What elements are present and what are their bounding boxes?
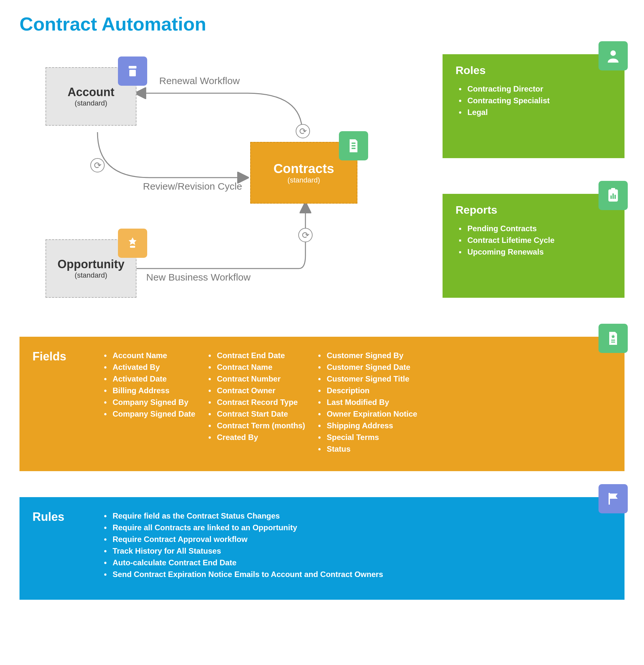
svg-rect-11 <box>614 195 616 199</box>
sync-icon <box>90 158 105 172</box>
list-item: Activated Date <box>104 373 195 385</box>
list-item: Contract Owner <box>208 385 305 397</box>
flow-label-renewal: Renewal Workflow <box>159 75 240 87</box>
flow-label-review: Review/Revision Cycle <box>143 181 242 192</box>
list-item: Customer Signed Title <box>318 373 417 385</box>
object-contracts: Contracts (standard) <box>250 142 357 204</box>
object-opportunity-name: Opportunity <box>57 258 125 271</box>
list-item: Account Name <box>104 350 195 361</box>
list-item: Contract Name <box>208 361 305 373</box>
list-item: Require Contract Approval workflow <box>104 533 383 545</box>
list-item: Contract Record Type <box>208 397 305 408</box>
reports-panel: Reports Pending Contracts Contract Lifet… <box>443 194 625 298</box>
list-item: Contract End Date <box>208 350 305 361</box>
list-item: Upcoming Renewals <box>459 246 611 258</box>
clipboard-chart-icon <box>599 181 628 210</box>
svg-rect-1 <box>129 70 136 76</box>
opportunity-icon <box>118 229 147 258</box>
list-item: Customer Signed Date <box>318 361 417 373</box>
list-item: Contracting Specialist <box>459 95 611 107</box>
fields-col-3: Customer Signed By Customer Signed Date … <box>318 350 417 455</box>
fields-col-2: Contract End Date Contract Name Contract… <box>208 350 305 455</box>
list-item: Company Signed By <box>104 397 195 408</box>
reports-list: Pending Contracts Contract Lifetime Cycl… <box>456 223 611 258</box>
diagram-area: Renewal Workflow Review/Revision Cycle N… <box>19 48 625 327</box>
list-item: Customer Signed By <box>318 350 417 361</box>
roles-list: Contracting Director Contracting Special… <box>456 83 611 118</box>
list-item: Owner Expiration Notice <box>318 408 417 420</box>
svg-rect-12 <box>611 340 615 341</box>
roles-panel: Roles Contracting Director Contracting S… <box>443 54 625 158</box>
list-item: Send Contract Expiration Notice Emails t… <box>104 569 383 580</box>
sync-icon <box>298 228 313 242</box>
fields-panel: Fields Account Name Activated By Activat… <box>19 337 625 471</box>
list-item: Special Terms <box>318 432 417 443</box>
fields-col-1: Account Name Activated By Activated Date… <box>104 350 195 455</box>
list-item: Created By <box>208 432 305 443</box>
rules-panel: Rules Require field as the Contract Stat… <box>19 497 625 600</box>
list-item: Description <box>318 385 417 397</box>
svg-point-6 <box>610 50 616 56</box>
svg-rect-14 <box>609 493 610 505</box>
rules-title: Rules <box>33 510 104 580</box>
svg-rect-13 <box>611 342 615 343</box>
list-item: Legal <box>459 107 611 118</box>
svg-rect-8 <box>611 188 615 191</box>
svg-rect-2 <box>352 142 355 144</box>
svg-rect-10 <box>612 193 614 199</box>
list-item: Activated By <box>104 361 195 373</box>
document-star-icon <box>599 324 628 353</box>
list-item: Contract Number <box>208 373 305 385</box>
list-item: Track History for All Statuses <box>104 545 383 557</box>
list-item: Require field as the Contract Status Cha… <box>104 510 383 522</box>
list-item: Require all Contracts are linked to an O… <box>104 522 383 533</box>
object-opportunity-subtitle: (standard) <box>75 271 107 280</box>
object-contracts-name: Contracts <box>274 162 334 176</box>
flow-label-newbiz: New Business Workflow <box>146 272 251 283</box>
list-item: Last Modified By <box>318 397 417 408</box>
contracts-icon <box>339 131 368 160</box>
list-item: Status <box>318 443 417 455</box>
list-item: Company Signed Date <box>104 408 195 420</box>
svg-rect-3 <box>352 145 355 147</box>
sync-icon <box>296 124 310 138</box>
object-opportunity: Opportunity (standard) <box>45 239 136 298</box>
list-item: Contract Lifetime Cycle <box>459 234 611 246</box>
list-item: Contracting Director <box>459 83 611 95</box>
user-icon <box>599 41 628 71</box>
object-account: Account (standard) <box>45 67 136 126</box>
svg-rect-0 <box>129 66 136 69</box>
rules-list: Require field as the Contract Status Cha… <box>104 510 383 580</box>
object-contracts-subtitle: (standard) <box>288 176 320 185</box>
flag-icon <box>599 484 628 513</box>
list-item: Pending Contracts <box>459 223 611 234</box>
page-title: Contract Automation <box>19 13 625 35</box>
svg-rect-9 <box>610 195 612 199</box>
list-item: Billing Address <box>104 385 195 397</box>
fields-title: Fields <box>33 350 104 455</box>
roles-title: Roles <box>456 64 611 77</box>
reports-title: Reports <box>456 204 611 216</box>
svg-rect-4 <box>352 148 355 149</box>
list-item: Shipping Address <box>318 420 417 432</box>
account-icon <box>118 57 147 86</box>
list-item: Contract Start Date <box>208 408 305 420</box>
list-item: Contract Term (months) <box>208 420 305 432</box>
object-account-name: Account <box>68 86 114 99</box>
svg-rect-5 <box>130 246 135 248</box>
object-account-subtitle: (standard) <box>75 99 107 108</box>
list-item: Auto-calculate Contract End Date <box>104 557 383 569</box>
